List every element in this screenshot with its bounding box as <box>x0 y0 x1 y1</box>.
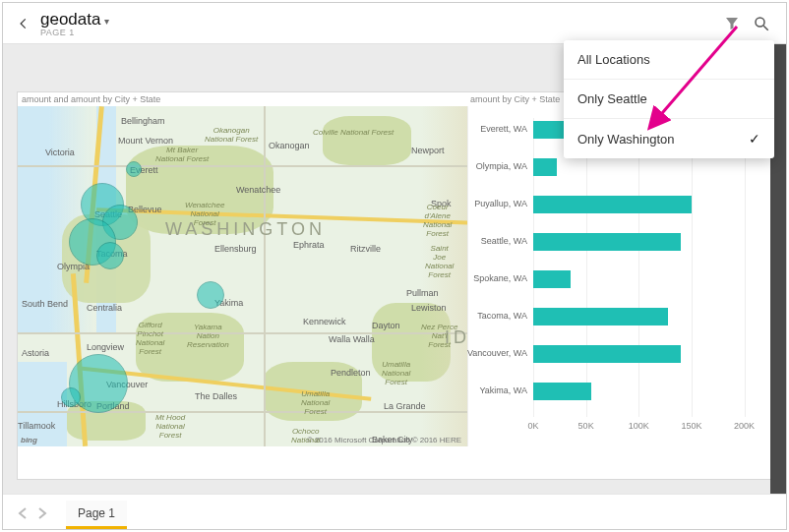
map-park-label: Mt HoodNationalForest <box>155 413 185 440</box>
map-park-label: Nez PerceNat'lForest <box>421 323 457 349</box>
map-park-label: WenatcheeNationalForest <box>185 201 224 227</box>
bar-row: Yakima, WA <box>533 380 765 417</box>
page-subtitle: PAGE 1 <box>40 28 109 37</box>
map-park-label: Mt BakerNational Forest <box>155 146 209 163</box>
map-park-label: OchocoNationalForest <box>291 427 320 446</box>
prev-page-button[interactable] <box>13 502 32 525</box>
filter-option[interactable]: Only Seattle <box>564 80 774 119</box>
map-park-label: UmatillaNationalForest <box>382 360 410 386</box>
bar[interactable] <box>533 121 565 139</box>
map-park-label: Coeurd'AleneNationalForest <box>423 203 452 238</box>
map-city-label: Bellingham <box>121 116 165 126</box>
map-visual-title: amount and amount by City + State <box>22 94 160 104</box>
map-city-label: Centralia <box>87 303 122 313</box>
filter-option-label: All Locations <box>577 52 650 67</box>
map-city-label: Okanogan <box>269 141 310 150</box>
map-city-label: Kennewick <box>303 317 346 326</box>
bar-chart-x-axis: 0K50K100K150K200K <box>533 421 765 433</box>
map-attribution-logo: bing <box>21 436 37 444</box>
page-tab[interactable]: Page 1 <box>66 501 127 529</box>
bar-category-label: Vancouver, WA <box>467 348 527 358</box>
bar-category-label: Olympia, WA <box>476 161 527 171</box>
bar-row: Olympia, WA <box>533 155 765 193</box>
map-data-bubble[interactable] <box>61 387 81 407</box>
search-button[interactable] <box>747 9 776 38</box>
bar[interactable] <box>533 158 557 176</box>
back-button[interactable] <box>13 13 34 34</box>
map-data-bubble[interactable] <box>126 161 142 177</box>
filter-option[interactable]: Only Washington✓ <box>564 119 774 158</box>
app-frame: geodata ▾ PAGE 1 amount and amount by Ci… <box>2 2 787 530</box>
map-data-bubble[interactable] <box>197 281 224 309</box>
map-terrain <box>323 116 411 165</box>
filter-option[interactable]: All Locations <box>564 40 774 80</box>
map-city-label: Pullman <box>406 288 439 298</box>
chevron-down-icon: ▾ <box>104 16 109 27</box>
map-city-label: Ephrata <box>293 240 325 250</box>
map-city-label: Newport <box>411 146 445 155</box>
map-city-label: Ellensburg <box>214 244 257 254</box>
bar-row: Tacoma, WA <box>533 305 765 342</box>
bar-chart-plot: Everett, WAOlympia, WAPuyallup, WASeattl… <box>533 118 765 417</box>
bar-visual-title: amount by City + State <box>470 94 578 104</box>
map-park-label: UmatillaNationalForest <box>301 389 330 416</box>
map-city-label: Tillamook <box>18 421 55 431</box>
bar-category-label: Yakima, WA <box>479 385 527 395</box>
map-city-label: Walla Walla <box>329 334 375 344</box>
svg-line-1 <box>763 26 768 30</box>
svg-point-0 <box>756 18 764 27</box>
map-park-label: Colville National Forest <box>313 128 394 137</box>
bar-category-label: Puyallup, WA <box>474 199 527 208</box>
filter-option-label: Only Washington <box>577 132 675 147</box>
axis-tick-label: 100K <box>629 421 649 431</box>
axis-tick-label: 0K <box>527 421 538 431</box>
map-city-label: Wenatchee <box>236 185 280 195</box>
bar[interactable] <box>533 308 668 325</box>
map-city-label: Victoria <box>45 148 75 157</box>
bar[interactable] <box>533 345 681 363</box>
bar-row: Puyallup, WA <box>533 193 765 230</box>
header: geodata ▾ PAGE 1 <box>3 3 786 44</box>
bar-category-label: Everett, WA <box>480 124 527 134</box>
chevron-left-icon <box>17 17 30 30</box>
map-city-label: Astoria <box>22 348 49 358</box>
map-city-label: La Grande <box>384 401 426 411</box>
map-city-label: Longview <box>87 342 124 352</box>
bar[interactable] <box>533 270 571 288</box>
title-block[interactable]: geodata ▾ PAGE 1 <box>40 10 109 37</box>
bar-row: Vancouver, WA <box>533 342 765 380</box>
bar[interactable] <box>533 196 692 213</box>
map-road <box>18 332 468 334</box>
bar-category-label: Spokane, WA <box>473 273 527 283</box>
bar-category-label: Seattle, WA <box>481 236 527 246</box>
filter-button[interactable] <box>717 9 747 38</box>
map-data-bubble[interactable] <box>96 242 124 269</box>
page-tab-label: Page 1 <box>78 506 115 520</box>
bar[interactable] <box>533 383 591 400</box>
bar-row: Seattle, WA <box>533 230 765 267</box>
filter-option-label: Only Seattle <box>577 91 647 106</box>
map-park-label: YakamaNationReservation <box>187 323 229 349</box>
map-park-label: SaintJoeNationalForest <box>425 244 454 279</box>
bar-category-label: Tacoma, WA <box>477 311 527 321</box>
report-title: geodata <box>40 10 100 30</box>
next-page-button[interactable] <box>32 502 52 525</box>
axis-tick-label: 150K <box>681 421 701 431</box>
map-visual[interactable]: WASHINGTON ID bing © 2016 Microsoft Corp… <box>18 106 468 446</box>
check-icon: ✓ <box>749 131 760 147</box>
bar-row: Spokane, WA <box>533 267 765 305</box>
map-road <box>18 165 468 167</box>
map-park-label: GiffordPinchotNationalForest <box>136 321 164 356</box>
map-city-label: The Dalles <box>195 391 237 401</box>
chevron-left-icon <box>18 507 28 519</box>
page-tab-bar: Page 1 <box>3 494 786 529</box>
bar[interactable] <box>533 233 681 251</box>
axis-tick-label: 200K <box>734 421 755 431</box>
map-city-label: Baker City <box>372 435 413 444</box>
map-city-label: Mount Vernon <box>118 136 173 146</box>
map-park-label: OkanoganNational Forest <box>205 126 258 144</box>
map-city-label: Ritzville <box>350 244 381 254</box>
map-road <box>264 106 266 446</box>
filter-icon <box>723 15 741 32</box>
map-road <box>18 411 468 413</box>
